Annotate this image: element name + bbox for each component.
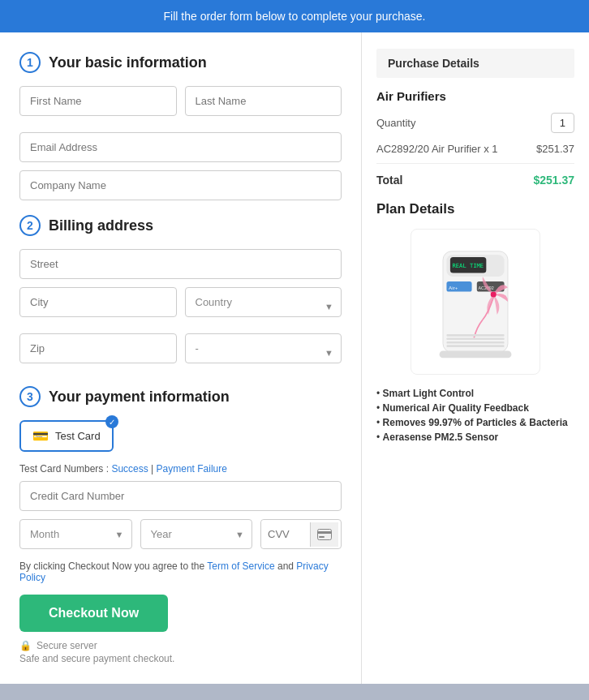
section-1-number: 1 (19, 52, 41, 73)
lock-icon: 🔒 (19, 640, 32, 651)
svg-rect-1 (317, 531, 332, 534)
payment-header: 3 Your payment information (19, 386, 342, 407)
city-country-row: Country ▼ (19, 287, 342, 325)
svg-rect-12 (446, 334, 504, 337)
payment-row: Month ▼ Year ▼ (19, 519, 342, 549)
product-image-wrapper: REAL TIME Air+ AC2892 (376, 229, 574, 375)
main-content: 1 Your basic information 2 (0, 32, 589, 684)
credit-card-group (19, 481, 342, 519)
success-link[interactable]: Success (111, 463, 148, 475)
street-input[interactable] (19, 249, 342, 279)
terms-text: By clicking Checkout Now you agree to th… (19, 560, 342, 583)
product-title: Air Purifiers (376, 89, 574, 103)
city-group (19, 287, 177, 317)
cvv-wrapper (260, 519, 342, 549)
year-select[interactable]: Year (140, 519, 253, 549)
total-label: Total (376, 174, 402, 187)
svg-rect-13 (446, 337, 504, 340)
card-icon: 💳 (32, 428, 49, 444)
banner-text: Fill the order form below to complete yo… (164, 10, 426, 23)
feature-4: Aerasense PM2.5 Sensor (376, 430, 574, 444)
street-group (19, 249, 342, 279)
test-card-text: Test Card Numbers : (19, 463, 109, 475)
check-badge: ✓ (105, 415, 118, 428)
card-label: Test Card (55, 430, 101, 442)
test-card-info: Test Card Numbers : Success | Payment Fa… (19, 463, 342, 475)
svg-point-11 (491, 292, 497, 298)
cvv-input[interactable] (261, 520, 310, 548)
quantity-value: 1 (551, 113, 574, 133)
billing-header: 2 Billing address (19, 215, 342, 236)
tos-link[interactable]: Term of Service (207, 560, 274, 572)
svg-rect-2 (319, 536, 325, 538)
top-banner: Fill the order form below to complete yo… (0, 0, 589, 32)
company-group (19, 170, 342, 200)
page-wrapper: Fill the order form below to complete yo… (0, 0, 589, 700)
company-input[interactable] (19, 170, 342, 200)
plan-details-title: Plan Details (376, 201, 574, 217)
cvv-icon (310, 522, 338, 547)
total-row: Total $251.37 (376, 174, 574, 187)
section-2-title: Billing address (49, 217, 153, 234)
svg-rect-15 (446, 345, 504, 347)
terms-middle: and (277, 560, 294, 572)
secure-label: Secure server (37, 640, 97, 651)
year-wrapper: Year ▼ (140, 519, 253, 549)
section-3-title: Your payment information (49, 389, 230, 406)
product-price: $251.37 (536, 143, 574, 155)
email-input[interactable] (19, 132, 342, 162)
zip-group (19, 333, 177, 363)
name-row (19, 86, 342, 124)
feature-3: Removes 99.97% of Particles & Bacteria (376, 415, 574, 430)
last-name-input[interactable] (185, 86, 342, 116)
month-select[interactable]: Month (19, 519, 132, 549)
product-name: AC2892/20 Air Purifier x 1 (376, 143, 498, 155)
city-input[interactable] (19, 287, 177, 317)
svg-text:REAL TIME: REAL TIME (453, 262, 484, 269)
first-name-group (19, 86, 177, 116)
purchase-details-header: Purchase Details (376, 49, 574, 78)
state-wrapper: - ▼ (185, 333, 342, 371)
product-image: REAL TIME Air+ AC2892 (411, 229, 540, 375)
country-select[interactable]: Country (185, 287, 342, 317)
svg-rect-0 (318, 529, 332, 539)
country-wrapper: Country ▼ (185, 287, 342, 325)
last-name-group (185, 86, 342, 116)
test-card-option[interactable]: 💳 Test Card ✓ (19, 420, 114, 452)
checkout-button[interactable]: Checkout Now (19, 595, 168, 632)
section-2-number: 2 (19, 215, 41, 236)
zip-state-row: - ▼ (19, 333, 342, 371)
svg-text:Air+: Air+ (449, 285, 458, 290)
section-1-title: Your basic information (49, 54, 207, 71)
terms-before: By clicking Checkout Now you agree to th… (19, 560, 204, 572)
secure-info: 🔒 Secure server (19, 640, 342, 651)
svg-rect-14 (446, 341, 504, 344)
features-list: Smart Light Control Numerical Air Qualit… (376, 386, 574, 444)
feature-1: Smart Light Control (376, 386, 574, 401)
product-row: AC2892/20 Air Purifier x 1 $251.37 (376, 143, 574, 164)
left-panel: 1 Your basic information 2 (0, 32, 362, 684)
payment-options: 💳 Test Card ✓ (19, 420, 342, 452)
quantity-label: Quantity (376, 117, 415, 129)
feature-2: Numerical Air Quality Feedback (376, 401, 574, 415)
first-name-input[interactable] (19, 86, 177, 116)
quantity-row: Quantity 1 (376, 113, 574, 133)
failure-link[interactable]: Payment Failure (157, 463, 227, 475)
secure-sub: Safe and secure payment checkout. (19, 653, 342, 664)
email-group (19, 132, 342, 162)
month-wrapper: Month ▼ (19, 519, 132, 549)
credit-card-input[interactable] (19, 481, 342, 511)
basic-info-header: 1 Your basic information (19, 52, 342, 73)
total-amount: $251.37 (533, 174, 574, 187)
section-3-number: 3 (19, 386, 41, 407)
zip-input[interactable] (19, 333, 177, 363)
state-select[interactable]: - (185, 333, 342, 363)
right-panel: Purchase Details Air Purifiers Quantity … (362, 32, 589, 684)
svg-rect-16 (440, 350, 512, 358)
